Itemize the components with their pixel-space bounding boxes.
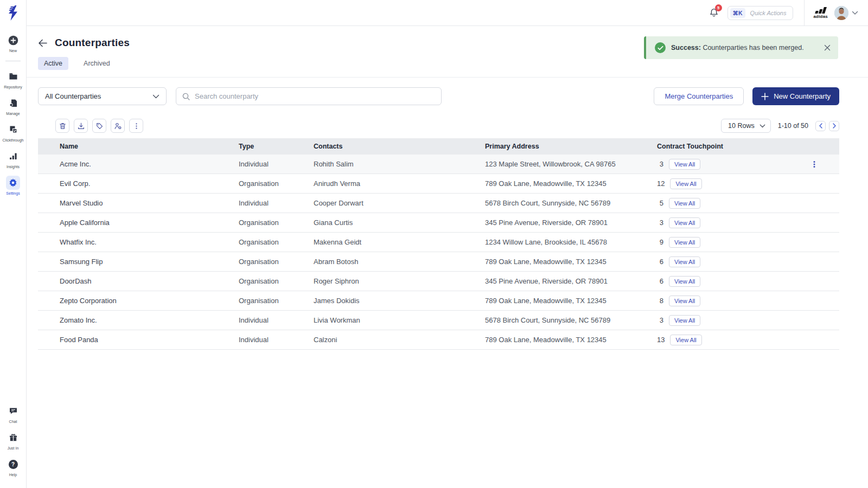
- view-all-button[interactable]: View All: [669, 256, 700, 267]
- sidebar-item-label: Chat: [9, 420, 17, 423]
- table-row[interactable]: Zomato Inc. Individual Livia Workman 567…: [38, 311, 839, 330]
- sidebar-item-new[interactable]: New: [2, 33, 24, 53]
- tag-button[interactable]: [92, 119, 106, 133]
- quick-actions-label: Quick Actions: [750, 10, 787, 16]
- counterparty-address: 789 Oak Lane, Meadowville, TX 12345: [485, 179, 657, 188]
- table-row[interactable]: Acme Inc. Individual Rohith Salim 123 Ma…: [38, 155, 839, 174]
- view-all-button[interactable]: View All: [669, 315, 700, 326]
- view-all-button[interactable]: View All: [670, 178, 701, 189]
- user-avatar[interactable]: [834, 6, 848, 20]
- counterparty-name: Apple California: [60, 219, 239, 227]
- table-body: Acme Inc. Individual Rohith Salim 123 Ma…: [38, 155, 839, 350]
- next-page-button[interactable]: [829, 121, 839, 131]
- sidebar-item-clickthrough[interactable]: Clickthrough: [2, 123, 24, 142]
- table-row[interactable]: Apple California Organisation Giana Curt…: [38, 213, 839, 233]
- counterparty-contact: Calzoni: [314, 336, 485, 344]
- pagination: 10 Rows 1-10 of 50: [721, 119, 839, 133]
- counterparty-address: 5678 Birch Court, Sunnyside, NC 56789: [485, 199, 657, 207]
- tab-active[interactable]: Active: [38, 57, 68, 70]
- close-icon[interactable]: [824, 44, 831, 51]
- sidebar-item-label: Help: [9, 473, 17, 477]
- view-all-button[interactable]: View All: [669, 217, 700, 228]
- new-counterparty-label: New Counterparty: [774, 92, 831, 100]
- column-header-type: Type: [239, 143, 314, 150]
- table-row[interactable]: Evil Corp. Organisation Anirudh Verma 78…: [38, 174, 839, 194]
- sidebar-item-settings[interactable]: Settings: [2, 176, 24, 195]
- org-logo: adidas: [813, 7, 828, 19]
- table-row[interactable]: DoorDash Organisation Roger Siphron 345 …: [38, 272, 839, 291]
- gear-icon: [6, 176, 20, 190]
- more-options-button[interactable]: [129, 119, 143, 133]
- counterparty-contact: Anirudh Verma: [314, 179, 485, 188]
- folder-icon: [6, 69, 20, 84]
- merge-counterparties-button[interactable]: Merge Counterparties: [654, 87, 744, 105]
- view-all-button[interactable]: View All: [669, 198, 700, 209]
- notifications-button[interactable]: 5: [709, 8, 719, 18]
- chevron-down-icon[interactable]: [852, 11, 858, 15]
- notification-badge: 5: [715, 4, 722, 11]
- counterparty-name: Marvel Studio: [60, 199, 239, 207]
- touchpoint-count: 6: [657, 277, 663, 285]
- tab-archived[interactable]: Archived: [78, 57, 116, 70]
- adidas-logo-icon: [815, 7, 826, 14]
- previous-page-button[interactable]: [815, 121, 826, 131]
- view-all-button[interactable]: View All: [669, 159, 700, 170]
- download-icon: [77, 122, 85, 130]
- main-content: Counterparties Success: Counterparties h…: [27, 26, 868, 488]
- sidebar-item-insights[interactable]: Insights: [2, 149, 24, 169]
- new-counterparty-button[interactable]: New Counterparty: [752, 87, 839, 105]
- touchpoint-count: 8: [657, 297, 663, 305]
- toast-title: Success:: [671, 44, 701, 52]
- table-toolbar: 10 Rows 1-10 of 50: [38, 114, 839, 138]
- table-row[interactable]: Whatfix Inc. Organisation Makenna Geidt …: [38, 233, 839, 252]
- sidebar-divider: [5, 61, 21, 61]
- counterparty-contact: James Dokidis: [314, 297, 485, 305]
- counterparty-filter-select[interactable]: All Counterparties: [38, 87, 167, 105]
- kebab-menu-icon: [132, 122, 141, 130]
- pagination-range: 1-10 of 50: [778, 122, 808, 130]
- counterparty-address: 345 Pine Avenue, Riverside, OR 78901: [485, 219, 657, 227]
- counterparty-type: Organisation: [239, 277, 314, 285]
- sidebar-item-chat[interactable]: Chat: [2, 404, 24, 423]
- sidebar-item-label: Settings: [6, 191, 20, 195]
- check-circle-icon: [655, 42, 666, 53]
- rows-per-page-select[interactable]: 10 Rows: [721, 119, 771, 133]
- sidebar-item-just-in[interactable]: Just In: [2, 431, 24, 450]
- chevron-right-icon: [832, 123, 837, 129]
- toast-body: Counterparties has been merged.: [703, 44, 803, 52]
- sidebar-item-repository[interactable]: Repository: [2, 69, 24, 89]
- search-box: [176, 87, 442, 105]
- delete-button[interactable]: [55, 119, 69, 133]
- sidebar-item-help[interactable]: Help: [2, 457, 24, 477]
- counterparties-table: 10 Rows 1-10 of 50 Name Type Contacts Pr…: [38, 114, 839, 350]
- back-arrow-button[interactable]: [38, 39, 47, 47]
- download-button[interactable]: [74, 119, 88, 133]
- chat-icon: [6, 404, 20, 418]
- view-all-button[interactable]: View All: [669, 276, 700, 287]
- view-all-button[interactable]: View All: [669, 296, 700, 306]
- counterparty-contact: Roger Siphron: [314, 277, 485, 285]
- counterparty-type: Organisation: [239, 258, 314, 266]
- kebab-menu-icon: [810, 160, 818, 169]
- quick-actions-button[interactable]: ⌘K Quick Actions: [727, 6, 794, 20]
- assign-user-button[interactable]: [111, 119, 125, 133]
- table-row[interactable]: Marvel Studio Individual Cooper Dorwart …: [38, 194, 839, 213]
- touchpoint-count: 13: [657, 336, 665, 344]
- counterparty-type: Organisation: [239, 297, 314, 305]
- view-all-button[interactable]: View All: [670, 335, 701, 345]
- sidebar-bottom-nav: Chat Just In Help: [2, 404, 24, 488]
- sidebar-item-manage[interactable]: Manage: [2, 96, 24, 115]
- table-row[interactable]: Zepto Corporation Organisation James Dok…: [38, 291, 839, 311]
- keyboard-shortcut-badge: ⌘K: [730, 8, 745, 18]
- table-row[interactable]: Samsung Flip Organisation Abram Botosh 7…: [38, 252, 839, 272]
- row-menu-button[interactable]: [809, 158, 820, 171]
- pager: [815, 121, 839, 131]
- org-name: adidas: [813, 14, 828, 19]
- sidebar-item-label: Manage: [6, 112, 20, 115]
- counterparty-name: DoorDash: [60, 277, 239, 285]
- view-all-button[interactable]: View All: [669, 237, 700, 248]
- table-row[interactable]: Food Panda Individual Calzoni 789 Oak La…: [38, 330, 839, 350]
- app-logo[interactable]: [0, 0, 26, 26]
- search-input[interactable]: [195, 92, 436, 100]
- counterparty-contact: Giana Curtis: [314, 219, 485, 227]
